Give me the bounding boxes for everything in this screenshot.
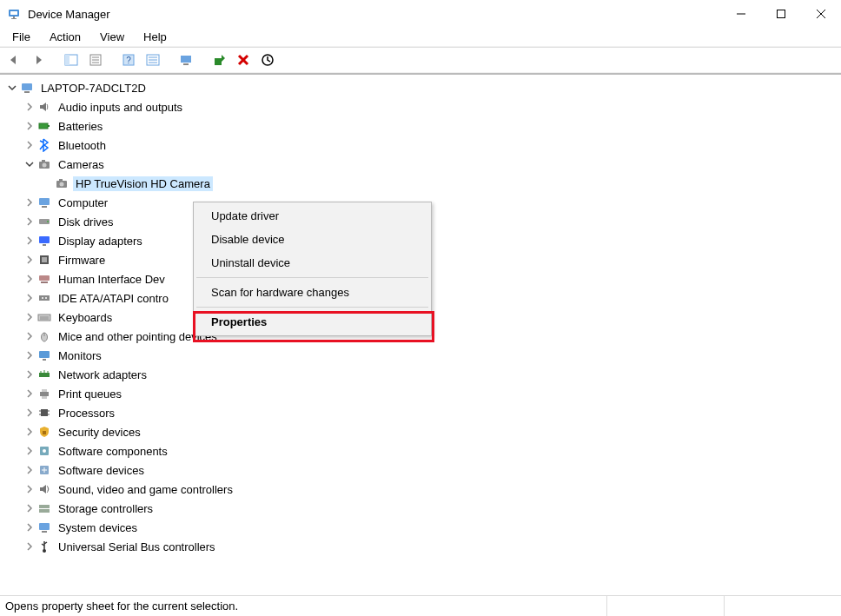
scan-hardware-button-2[interactable] xyxy=(175,50,196,70)
tree-device[interactable]: HP TrueVision HD Camera xyxy=(5,174,841,193)
chevron-right-icon[interactable] xyxy=(23,234,36,248)
tree-category[interactable]: Software components xyxy=(5,441,841,460)
close-button[interactable] xyxy=(801,0,841,28)
tree-category-label: Batteries xyxy=(56,119,105,134)
tree-category-label: Storage controllers xyxy=(56,501,156,516)
uninstall-device-button[interactable] xyxy=(233,50,254,70)
keyboard-icon xyxy=(36,310,52,324)
forward-button[interactable] xyxy=(28,50,49,70)
chevron-right-icon[interactable] xyxy=(23,138,36,152)
chevron-right-icon[interactable] xyxy=(23,387,36,401)
chevron-right-icon[interactable] xyxy=(23,253,36,267)
context-menu-item[interactable]: Scan for hardware changes xyxy=(195,281,429,304)
tree-category[interactable]: Security devices xyxy=(5,422,841,441)
svg-rect-26 xyxy=(22,83,32,90)
speaker-icon xyxy=(36,100,52,114)
update-driver-button[interactable] xyxy=(209,50,229,70)
tree-category-label: System devices xyxy=(56,520,140,535)
back-button[interactable] xyxy=(3,50,24,70)
chevron-right-icon[interactable] xyxy=(23,291,36,305)
storage-icon xyxy=(36,501,52,515)
network-icon xyxy=(36,368,52,381)
chevron-right-icon[interactable] xyxy=(23,406,36,420)
chevron-right-icon[interactable] xyxy=(23,463,36,477)
tree-category[interactable]: System devices xyxy=(5,518,841,537)
svg-rect-68 xyxy=(43,431,46,434)
chevron-right-icon[interactable] xyxy=(23,272,36,286)
svg-point-34 xyxy=(60,182,64,187)
tree-category-label: Monitors xyxy=(56,348,104,363)
tree-category[interactable]: Universal Serial Bus controllers xyxy=(5,537,841,556)
tree-category[interactable]: Software devices xyxy=(5,460,841,480)
menu-action[interactable]: Action xyxy=(41,29,89,45)
tree-category-label: Software devices xyxy=(56,463,147,478)
tree-category[interactable]: Batteries xyxy=(5,116,841,136)
tree-category-label: Print queues xyxy=(56,387,124,401)
svg-point-47 xyxy=(42,297,43,299)
svg-rect-73 xyxy=(39,509,50,513)
device-manager-icon xyxy=(7,7,21,21)
chevron-down-icon[interactable] xyxy=(23,157,36,171)
svg-rect-72 xyxy=(39,505,50,508)
chevron-down-icon[interactable] xyxy=(5,81,19,95)
menu-file[interactable]: File xyxy=(3,29,39,45)
scan-hardware-button[interactable] xyxy=(257,50,278,70)
context-menu-item[interactable]: Uninstall device xyxy=(195,251,429,275)
chevron-right-icon[interactable] xyxy=(23,482,36,496)
chevron-right-icon[interactable] xyxy=(23,540,36,553)
svg-rect-41 xyxy=(43,244,46,246)
tree-category-label: Bluetooth xyxy=(56,138,109,153)
tree-root[interactable]: LAPTOP-7ADCLT2D xyxy=(5,78,841,97)
chevron-right-icon[interactable] xyxy=(23,310,36,324)
help-button[interactable]: ? xyxy=(118,50,139,70)
context-menu-item[interactable]: Properties xyxy=(195,310,429,334)
svg-rect-9 xyxy=(65,55,70,65)
svg-rect-60 xyxy=(40,392,49,396)
chevron-right-icon[interactable] xyxy=(23,501,36,515)
svg-rect-22 xyxy=(215,58,222,65)
chevron-right-icon[interactable] xyxy=(23,520,36,534)
chevron-right-icon[interactable] xyxy=(23,425,36,439)
chevron-right-icon[interactable] xyxy=(23,195,36,209)
tree-category[interactable]: Network adapters xyxy=(5,365,841,384)
tree-category[interactable]: Bluetooth xyxy=(5,136,841,155)
svg-rect-45 xyxy=(41,282,48,283)
svg-rect-62 xyxy=(42,396,47,399)
tree-category-label: Keyboards xyxy=(56,310,115,325)
tree-category[interactable]: Processors xyxy=(5,403,841,422)
tree-category[interactable]: Audio inputs and outputs xyxy=(5,97,841,116)
window-controls xyxy=(721,0,841,28)
menu-help[interactable]: Help xyxy=(135,29,175,45)
tree-category[interactable]: Print queues xyxy=(5,384,841,403)
svg-rect-43 xyxy=(42,257,47,262)
bluetooth-icon xyxy=(36,138,52,152)
chevron-right-icon[interactable] xyxy=(23,215,36,229)
svg-rect-46 xyxy=(39,295,50,301)
svg-point-39 xyxy=(47,221,49,222)
maximize-button[interactable] xyxy=(761,0,801,28)
minimize-button[interactable] xyxy=(721,0,761,28)
menu-view[interactable]: View xyxy=(91,29,133,45)
context-menu-separator xyxy=(196,307,428,308)
tree-category[interactable]: Cameras xyxy=(5,155,841,174)
tree-category[interactable]: Storage controllers xyxy=(5,499,841,518)
show-hide-console-tree-button[interactable] xyxy=(61,50,82,70)
context-menu-item[interactable]: Update driver xyxy=(195,204,429,228)
chevron-right-icon[interactable] xyxy=(23,444,36,458)
chevron-right-icon[interactable] xyxy=(23,100,36,114)
context-menu-item[interactable]: Disable device xyxy=(195,228,429,251)
tree-category-label: Universal Serial Bus controllers xyxy=(56,540,218,554)
chevron-right-icon[interactable] xyxy=(23,329,36,343)
tree-category[interactable]: Sound, video and game controllers xyxy=(5,480,841,499)
svg-rect-28 xyxy=(39,123,48,129)
svg-rect-20 xyxy=(181,56,191,63)
svg-point-48 xyxy=(45,297,47,299)
chevron-right-icon[interactable] xyxy=(23,368,36,381)
firmware-icon xyxy=(36,253,52,267)
chevron-right-icon[interactable] xyxy=(23,119,36,133)
tree-category[interactable]: Monitors xyxy=(5,346,841,365)
svg-rect-55 xyxy=(43,359,46,361)
action-list-button[interactable] xyxy=(142,50,163,70)
properties-button[interactable] xyxy=(85,50,106,70)
chevron-right-icon[interactable] xyxy=(23,348,36,362)
